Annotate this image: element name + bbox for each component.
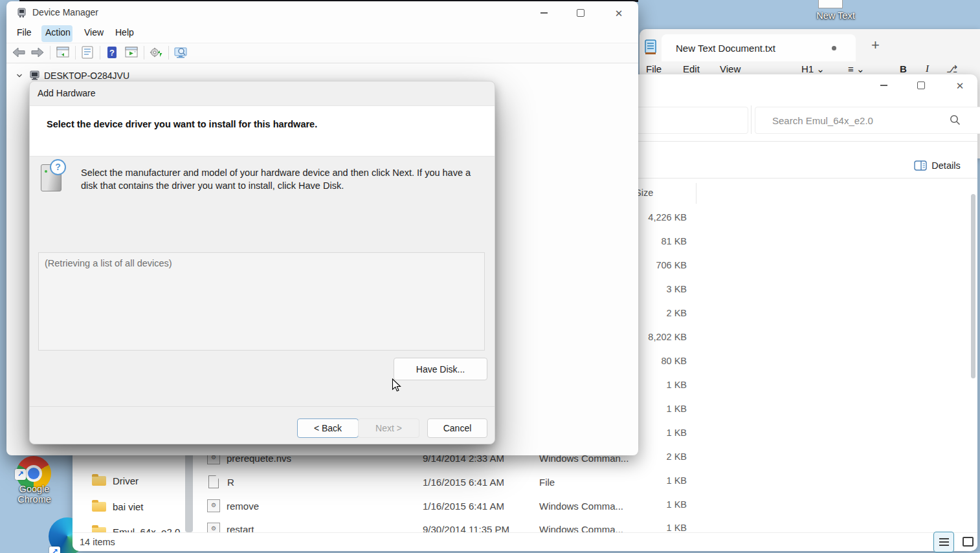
desktop: { "colors": { "desktop": "#a6c4de", "men… (0, 0, 980, 553)
unsaved-dot-icon (832, 46, 836, 50)
file-name: remove (227, 501, 259, 512)
action-pane-icon[interactable] (124, 45, 139, 60)
search-input[interactable] (755, 107, 980, 134)
explorer-minimize-button[interactable] (874, 76, 893, 94)
dm-close-button[interactable]: ✕ (609, 4, 629, 22)
file-name: R (227, 477, 234, 488)
sidebar-label: Driver (113, 475, 139, 486)
table-row[interactable]: R 1/16/2015 6:41 AM File (207, 472, 699, 492)
icons-view-toggle[interactable] (958, 532, 977, 551)
italic-button[interactable]: I (926, 63, 929, 74)
desktop-icon-label: New Text (816, 10, 854, 21)
sidebar-item-driver[interactable]: Driver (92, 470, 189, 491)
back-icon[interactable] (12, 45, 26, 60)
main-scrollbar[interactable] (971, 194, 975, 378)
scan-hardware-changes-icon[interactable] (149, 45, 163, 60)
details-view-toggle[interactable] (933, 532, 954, 552)
sidebar-scrollbar[interactable] (185, 450, 193, 532)
menu-view[interactable]: View (84, 27, 104, 38)
menu-file[interactable]: File (17, 27, 32, 38)
next-button: Next > (358, 418, 419, 438)
notepad-menu-edit[interactable]: Edit (683, 63, 700, 74)
menu-help[interactable]: Help (115, 27, 134, 38)
have-disk-button[interactable]: Have Disk... (394, 358, 487, 380)
desktop-icon-new-text[interactable]: New Text (803, 10, 868, 21)
sidebar-item-bai-viet[interactable]: bai viet (92, 496, 189, 517)
question-mark-icon: ? (50, 159, 66, 175)
shortcut-arrow-icon: ↗ (15, 469, 26, 480)
status-bar: 14 items (72, 532, 977, 551)
show-console-tree-icon[interactable] (56, 45, 70, 60)
help-icon[interactable]: ? (105, 45, 119, 60)
notepad-icon (645, 39, 656, 55)
dm-minimize-button[interactable] (534, 4, 553, 22)
file-type: Windows Comma... (539, 501, 623, 512)
large-icons-icon (963, 537, 974, 547)
file-icon (208, 475, 219, 488)
item-count: 14 items (80, 537, 115, 547)
device-manager-icon (16, 7, 27, 18)
divider (30, 406, 495, 407)
list-view-icon (939, 538, 949, 539)
heading-format-button[interactable]: H1 ⌄ (801, 63, 825, 75)
desktop-icon-chrome[interactable]: ↗ Google Chrome (6, 453, 62, 515)
notepad-menu-view[interactable]: View (720, 63, 741, 74)
sidebar-label: bai viet (113, 501, 144, 512)
dialog-title: Add Hardware (38, 88, 96, 98)
column-divider[interactable] (696, 183, 696, 204)
device-list-status: (Retrieving a list of all devices) (45, 258, 172, 268)
search-icon[interactable] (950, 114, 961, 125)
details-pane-icon (914, 160, 927, 171)
forward-icon[interactable] (30, 45, 45, 60)
device-list[interactable]: (Retrieving a list of all devices) (38, 252, 485, 351)
notepad-new-tab-button[interactable]: + (871, 37, 880, 54)
bold-button[interactable]: B (900, 63, 907, 74)
scan-computer-icon[interactable] (173, 45, 188, 60)
file-type: File (539, 477, 555, 488)
back-button[interactable]: < Back (297, 418, 359, 438)
edge-shortcut-arrow-icon: ↗ (49, 547, 60, 553)
details-label: Details (931, 160, 960, 171)
properties-icon[interactable] (80, 45, 95, 60)
list-format-button[interactable]: ≡ ⌄ (848, 63, 865, 75)
dialog-heading: Select the device driver you want to ins… (47, 119, 317, 129)
chevron-down-icon[interactable] (16, 72, 23, 80)
notepad-menu-file[interactable]: File (646, 63, 662, 74)
file-date: 1/16/2015 6:41 AM (423, 501, 504, 512)
cancel-button[interactable]: Cancel (427, 418, 487, 438)
explorer-maximize-button[interactable] (911, 76, 931, 94)
svg-text:?: ? (109, 48, 115, 58)
dialog-instructions: Select the manufacturer and model of you… (81, 166, 478, 192)
details-view-button[interactable]: Details (906, 155, 968, 176)
mouse-cursor (392, 378, 402, 393)
table-row[interactable]: ⚙ remove 1/16/2015 6:41 AM Windows Comma… (207, 495, 699, 516)
tree-root-label[interactable]: DESKTOP-O284JVU (44, 70, 129, 81)
link-button[interactable]: ⎇ (946, 63, 957, 75)
chrome-label: Google Chrome (6, 484, 62, 504)
window-title: Device Manager (32, 7, 98, 17)
divider (751, 105, 752, 134)
dm-maximize-button[interactable] (571, 4, 590, 22)
command-file-icon: ⚙ (207, 499, 220, 512)
file-date: 1/16/2015 6:41 AM (423, 477, 504, 488)
dialog-header: Select the device driver you want to ins… (30, 105, 495, 157)
folder-icon (92, 476, 106, 486)
computer-icon (28, 69, 41, 82)
add-hardware-dialog: Add Hardware Select the device driver yo… (29, 81, 495, 444)
menu-action[interactable]: Action (45, 27, 71, 38)
notepad-tab[interactable]: New Text Document.txt (662, 34, 856, 61)
explorer-close-button[interactable]: ✕ (950, 76, 970, 94)
notepad-tab-title: New Text Document.txt (676, 43, 775, 54)
folder-icon (92, 502, 106, 512)
new-text-file-icon[interactable] (818, 0, 843, 8)
dm-toolbar: ? (6, 43, 638, 63)
